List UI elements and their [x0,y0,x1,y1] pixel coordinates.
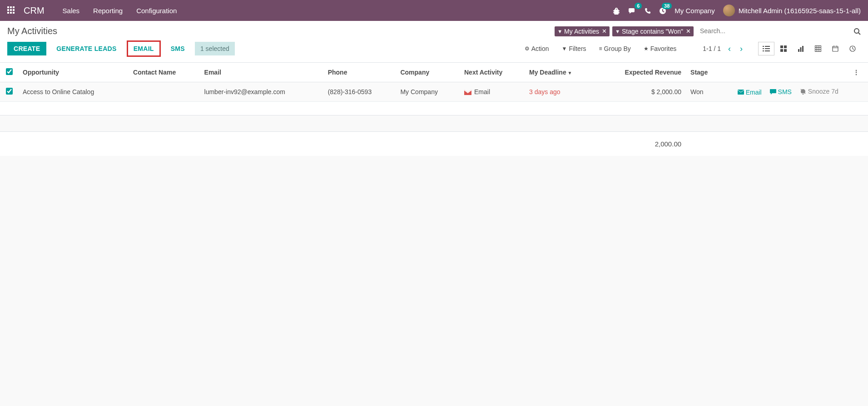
row-action-sms[interactable]: SMS [770,88,792,95]
nav-menu-configuration[interactable]: Configuration [136,7,177,15]
cell-company: My Company [396,82,460,102]
groupby-menu[interactable]: ≡ Group By [599,45,631,52]
apps-icon[interactable] [7,6,15,15]
total-revenue: 2,000.00 [596,132,686,156]
row-action-snooze-label: Snooze 7d [808,88,838,95]
list-view: Opportunity Contact Name Email Phone Com… [0,63,868,156]
funnel-icon: ▼ [557,29,562,34]
create-button[interactable]: CREATE [7,42,46,55]
company-selector[interactable]: My Company [675,7,714,15]
clock-badge: 38 [662,3,672,9]
page-title: My Activities [7,26,57,36]
cell-next-activity: Email [460,82,525,102]
svg-rect-14 [802,46,804,52]
row-action-sms-label: SMS [778,88,792,95]
col-phone[interactable]: Phone [323,63,396,82]
search-area: ▼ My Activities ✕ ▼ Stage contains "Won"… [555,25,861,37]
funnel-icon: ▼ [562,45,567,52]
row-action-email[interactable]: Email [738,89,762,96]
select-all-checkbox[interactable] [6,68,13,75]
phone-icon[interactable] [645,6,651,15]
col-revenue[interactable]: Expected Revenue [596,63,686,82]
selected-count[interactable]: 1 selected [195,42,235,55]
filters-menu[interactable]: ▼ Filters [562,45,586,52]
view-activity[interactable] [844,42,861,55]
col-next-activity[interactable]: Next Activity [460,63,525,82]
svg-rect-12 [798,49,799,52]
action-menu[interactable]: ⚙ Action [525,45,549,52]
clock-icon[interactable]: 38 [659,6,666,15]
svg-rect-9 [784,45,787,48]
navbar: CRM Sales Reporting Configuration 6 38 M… [0,0,868,21]
remove-filter-icon[interactable]: ✕ [602,28,607,35]
cell-stage: Won [686,82,722,102]
svg-rect-11 [784,49,787,52]
row-checkbox[interactable] [6,88,13,95]
filter-tag-label: My Activities [564,28,599,35]
star-icon: ★ [644,45,649,52]
brand[interactable]: CRM [24,5,45,16]
table-row[interactable]: Access to Online Catalog lumber-inv92@ex… [0,82,868,102]
view-calendar[interactable] [827,42,843,55]
user-menu[interactable]: Mitchell Admin (16165925-saas-15-1-all) [723,5,861,16]
user-name: Mitchell Admin (16165925-saas-15-1-all) [739,7,861,15]
activity-type: Email [474,88,490,95]
sms-button[interactable]: SMS [165,42,190,55]
svg-line-26 [853,49,854,50]
cell-contact [129,82,200,102]
svg-rect-5 [765,48,770,49]
total-row: 2,000.00 [0,132,868,156]
col-stage[interactable]: Stage [686,63,722,82]
table-header-row: Opportunity Contact Name Email Phone Com… [0,63,868,82]
funnel-icon: ▼ [615,29,620,34]
cell-phone: (828)-316-0593 [323,82,396,102]
col-company[interactable]: Company [396,63,460,82]
column-options[interactable]: ⋮ [849,63,868,82]
svg-rect-15 [815,46,821,52]
view-list[interactable] [758,42,774,55]
filter-tag-stage-won[interactable]: ▼ Stage contains "Won" ✕ [612,26,694,36]
svg-point-0 [854,29,859,33]
svg-rect-4 [763,48,764,49]
view-graph[interactable] [793,42,809,55]
list-icon: ≡ [599,45,602,52]
svg-rect-13 [800,47,802,52]
cell-email: lumber-inv92@example.com [200,82,323,102]
favorites-menu[interactable]: ★ Favorites [644,45,677,52]
bug-icon[interactable] [613,6,620,15]
view-kanban[interactable] [775,42,792,55]
filter-tag-my-activities[interactable]: ▼ My Activities ✕ [555,26,610,36]
favorites-label: Favorites [650,45,677,52]
gear-icon: ⚙ [525,45,530,52]
col-deadline[interactable]: My Deadline [525,63,596,82]
col-opportunity[interactable]: Opportunity [18,63,129,82]
search-input[interactable] [696,25,851,37]
search-icon[interactable] [853,27,861,35]
nav-menu-sales[interactable]: Sales [63,7,80,15]
col-email[interactable]: Email [200,63,323,82]
col-contact[interactable]: Contact Name [129,63,200,82]
control-panel: My Activities ▼ My Activities ✕ ▼ Stage … [0,21,868,63]
action-label: Action [531,45,549,52]
svg-rect-3 [765,46,770,47]
pager: 1-1 / 1 ‹ › [703,44,744,54]
messages-icon[interactable]: 6 [628,6,636,15]
avatar [723,5,735,16]
nav-right: 6 38 My Company Mitchell Admin (16165925… [613,5,861,16]
messages-badge: 6 [635,3,642,9]
pager-next[interactable]: › [738,44,744,54]
gap-row [0,115,868,132]
svg-rect-2 [763,46,764,47]
svg-rect-7 [765,50,770,51]
cell-revenue: $ 2,000.00 [596,82,686,102]
row-action-email-label: Email [746,89,762,96]
view-pivot[interactable] [810,42,826,55]
nav-menu-reporting[interactable]: Reporting [93,7,123,15]
row-action-snooze[interactable]: Snooze 7d [800,88,838,95]
svg-line-1 [858,33,860,35]
generate-leads-button[interactable]: GENERATE LEADS [51,42,122,55]
email-button[interactable]: EMAIL [127,40,161,57]
pager-text[interactable]: 1-1 / 1 [703,45,721,52]
remove-filter-icon[interactable]: ✕ [686,28,691,35]
pager-prev[interactable]: ‹ [726,44,733,54]
